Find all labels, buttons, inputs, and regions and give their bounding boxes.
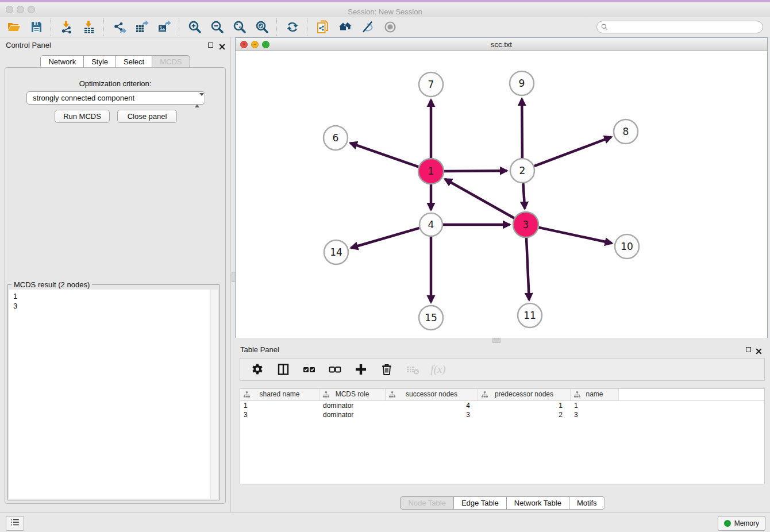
table-cell[interactable]: 3 <box>571 410 619 419</box>
search-field-wrap <box>596 21 763 33</box>
node-6[interactable]: 6 <box>324 126 348 150</box>
search-input[interactable] <box>596 21 763 33</box>
node-7[interactable]: 7 <box>419 72 443 97</box>
zoom-fit-icon[interactable] <box>232 20 247 35</box>
frame-minimize-icon[interactable]: − <box>251 41 259 48</box>
toolbar-separator <box>179 18 180 36</box>
clone-network-icon[interactable] <box>315 20 330 35</box>
node-10[interactable]: 10 <box>615 234 639 259</box>
unselect-all-rows-icon[interactable] <box>327 362 342 377</box>
function-builder-icon: f(x) <box>430 362 446 377</box>
edge-4-14[interactable] <box>351 228 419 248</box>
node-2[interactable]: 2 <box>510 159 534 183</box>
memory-button[interactable]: Memory <box>718 516 765 531</box>
node-label: 6 <box>333 132 339 144</box>
export-network-icon[interactable] <box>111 20 127 35</box>
toolbar-separator <box>276 18 278 36</box>
home-icon[interactable] <box>337 20 353 35</box>
table-tab-node-table[interactable]: Node Table <box>400 496 454 510</box>
result-scrollbar[interactable] <box>210 290 218 499</box>
table-cell[interactable]: 4 <box>386 401 478 410</box>
node-1[interactable]: 1 <box>418 159 444 184</box>
table-cell[interactable]: dominator <box>319 410 386 419</box>
table-cell[interactable]: 3 <box>240 410 319 419</box>
zoom-in-icon[interactable] <box>187 20 202 35</box>
open-folder-icon[interactable] <box>6 20 21 35</box>
refresh-icon[interactable] <box>284 20 300 35</box>
table-cell[interactable]: 2 <box>478 410 571 419</box>
hierarchy-icon <box>573 391 581 398</box>
table-tab-motifs[interactable]: Motifs <box>569 496 605 510</box>
control-panel-tabs: NetworkStyleSelectMCDS <box>0 55 230 68</box>
tab-mcds[interactable]: MCDS <box>152 55 190 68</box>
edge-1-6[interactable] <box>351 143 419 167</box>
export-image-icon[interactable] <box>156 20 172 35</box>
dropdown-value: strongly connected component <box>33 94 134 102</box>
table-cell[interactable]: 1 <box>571 401 619 410</box>
optimization-dropdown[interactable]: strongly connected component <box>26 91 205 105</box>
task-history-button[interactable] <box>6 516 24 531</box>
edge-2-3[interactable] <box>523 183 525 209</box>
node-11[interactable]: 11 <box>518 303 542 327</box>
memory-label: Memory <box>734 519 759 527</box>
column-settings-icon[interactable] <box>249 362 265 377</box>
column-header-name[interactable]: name <box>571 389 619 400</box>
import-network-icon[interactable] <box>59 20 74 35</box>
table-row[interactable]: 3dominator323 <box>240 410 764 419</box>
tab-network[interactable]: Network <box>40 55 84 68</box>
run-mcds-button[interactable]: Run MCDS <box>55 110 110 123</box>
import-table-icon[interactable] <box>81 20 97 35</box>
delete-column-icon[interactable] <box>379 362 394 377</box>
node-8[interactable]: 8 <box>614 119 638 144</box>
frame-close-icon[interactable]: × <box>240 41 248 48</box>
tab-style[interactable]: Style <box>83 55 116 68</box>
tab-select[interactable]: Select <box>116 55 152 68</box>
zoom-out-icon[interactable] <box>209 20 225 35</box>
column-header-shared-name[interactable]: shared name <box>240 389 319 400</box>
float-panel-icon[interactable] <box>208 43 213 48</box>
table-cell[interactable]: 1 <box>478 401 571 410</box>
edge-2-8[interactable] <box>534 137 611 167</box>
close-panel-button[interactable]: Close panel <box>117 110 177 123</box>
column-header-predecessor-nodes[interactable]: predecessor nodes <box>478 389 571 400</box>
column-header-successor-nodes[interactable]: successor nodes <box>386 389 478 400</box>
add-column-icon[interactable] <box>353 362 368 377</box>
eye-disabled-icon <box>382 20 398 35</box>
table-tab-edge-table[interactable]: Edge Table <box>453 496 507 510</box>
table-cell[interactable]: 3 <box>386 410 478 419</box>
node-9[interactable]: 9 <box>510 71 534 95</box>
save-icon[interactable] <box>28 20 44 35</box>
horizontal-splitter-grip[interactable] <box>492 338 500 343</box>
edge-2-9[interactable] <box>522 99 522 158</box>
table-cell[interactable]: 1 <box>240 401 319 410</box>
zoom-selected-icon[interactable] <box>254 20 270 35</box>
edge-3-1[interactable] <box>445 179 514 218</box>
column-label: MCDS role <box>336 390 369 398</box>
table-cell[interactable]: dominator <box>319 401 386 410</box>
edge-3-10[interactable] <box>539 228 612 243</box>
node-4[interactable]: 4 <box>419 213 442 236</box>
edge-1-2[interactable] <box>444 171 507 171</box>
split-panel-icon[interactable] <box>275 362 291 377</box>
mcds-result-list[interactable]: 13 <box>9 290 218 499</box>
search-icon <box>600 23 609 31</box>
export-table-icon[interactable] <box>134 20 149 35</box>
dropdown-stepper-icon <box>195 94 201 102</box>
node-14[interactable]: 14 <box>324 240 348 264</box>
close-panel-icon[interactable] <box>219 42 225 48</box>
node-3[interactable]: 3 <box>513 212 538 237</box>
network-canvas[interactable]: 7968124314101511 <box>236 51 767 338</box>
column-header-MCDS-role[interactable]: MCDS role <box>319 389 386 400</box>
hide-panels-icon[interactable] <box>360 20 375 35</box>
toolbar-separator <box>307 18 308 36</box>
node-15[interactable]: 15 <box>419 306 443 330</box>
table-float-icon[interactable] <box>746 347 751 352</box>
frame-zoom-icon[interactable]: + <box>262 41 270 48</box>
table-row[interactable]: 1dominator411 <box>240 401 764 410</box>
select-all-rows-icon[interactable] <box>301 362 317 377</box>
table-tabs: Node TableEdge TableNetwork TableMotifs <box>235 496 770 510</box>
edge-3-11[interactable] <box>526 238 529 300</box>
table-close-icon[interactable] <box>756 346 762 353</box>
table-tab-network-table[interactable]: Network Table <box>506 496 569 510</box>
hierarchy-icon <box>388 391 396 398</box>
